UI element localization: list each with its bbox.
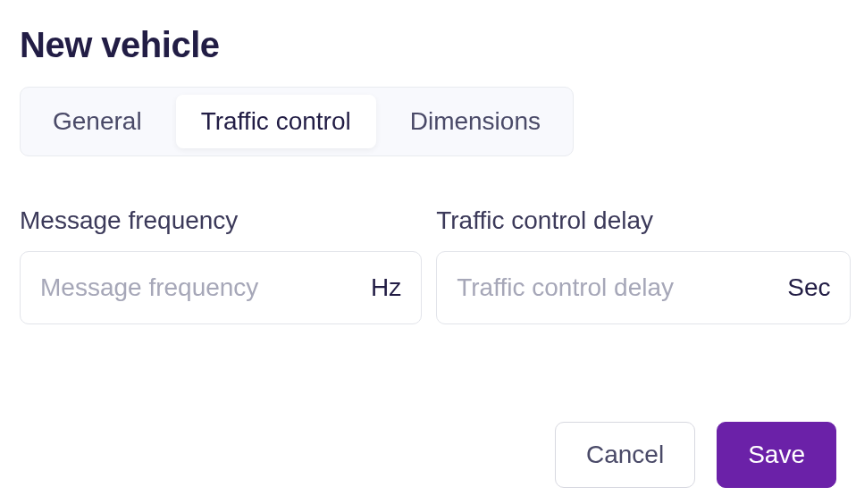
input-wrap-traffic-control-delay: Sec [436,251,851,324]
input-wrap-message-frequency: Hz [20,251,422,324]
tabs-container: General Traffic control Dimensions [20,87,574,156]
form-footer: Cancel Save [555,422,836,488]
new-vehicle-form: New vehicle General Traffic control Dime… [0,0,856,504]
unit-message-frequency: Hz [371,273,401,302]
input-message-frequency[interactable] [40,273,360,302]
form-fields: Message frequency Hz Traffic control del… [20,206,836,324]
field-traffic-control-delay: Traffic control delay Sec [436,206,851,324]
save-button[interactable]: Save [717,422,836,488]
label-message-frequency: Message frequency [20,206,422,235]
tab-general[interactable]: General [28,95,167,148]
tab-dimensions[interactable]: Dimensions [385,95,566,148]
field-message-frequency: Message frequency Hz [20,206,422,324]
cancel-button[interactable]: Cancel [555,422,695,488]
tab-traffic-control[interactable]: Traffic control [176,95,376,148]
label-traffic-control-delay: Traffic control delay [436,206,851,235]
page-title: New vehicle [20,25,836,65]
input-traffic-control-delay[interactable] [457,273,776,302]
unit-traffic-control-delay: Sec [787,273,830,302]
